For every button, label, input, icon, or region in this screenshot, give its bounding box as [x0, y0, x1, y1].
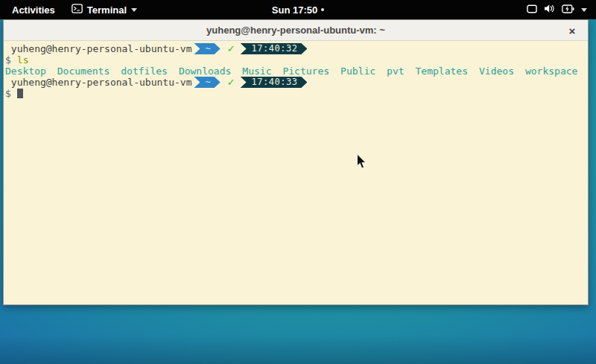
command-line-2: $	[5, 88, 586, 99]
terminal-cursor	[17, 89, 23, 98]
directory-entry: Downloads	[179, 66, 231, 77]
prompt-symbol: $	[5, 88, 11, 99]
volume-icon	[544, 4, 555, 16]
directory-entry: dotfiles	[121, 66, 168, 77]
powerline-cwd-segment: ~	[194, 43, 220, 54]
app-menu-label: Terminal	[87, 4, 127, 16]
directory-entry: Documents	[57, 66, 110, 77]
terminal-window: yuheng@henry-personal-ubuntu-vm: ~ × yuh…	[3, 19, 589, 305]
prompt-symbol: $	[5, 54, 11, 66]
powerline-time-segment: 17:40:32	[241, 43, 308, 54]
desktop: Activities Terminal Sun 17:50	[0, 0, 596, 364]
terminal-app-icon	[72, 4, 83, 16]
window-titlebar[interactable]: yuheng@henry-personal-ubuntu-vm: ~ ×	[4, 20, 588, 41]
activities-button[interactable]: Activities	[9, 4, 58, 16]
chevron-down-icon	[581, 8, 587, 12]
directory-entry: Music	[242, 66, 271, 77]
prompt-line-2: yuheng@henry-personal-ubuntu-vm ~ ✓ 17:4…	[5, 77, 586, 88]
notification-dot-icon	[321, 8, 324, 11]
terminal-viewport[interactable]: yuheng@henry-personal-ubuntu-vm ~ ✓ 17:4…	[4, 41, 588, 304]
clock-label: Sun 17:50	[272, 4, 317, 16]
system-status-area[interactable]	[524, 0, 590, 19]
battery-charging-icon	[562, 4, 574, 16]
directory-entry: Templates	[416, 66, 468, 77]
top-bar: Activities Terminal Sun 17:50	[0, 0, 596, 19]
powerline-cwd-segment: ~	[194, 77, 220, 88]
ls-output-line: Desktop Documents dotfiles Downloads Mus…	[5, 66, 586, 77]
command-line-1: $ ls	[5, 54, 586, 66]
prompt-user-host: yuheng@henry-personal-ubuntu-vm	[5, 77, 191, 88]
directory-entry: Public	[340, 66, 375, 77]
app-menu-terminal[interactable]: Terminal	[72, 4, 137, 16]
directory-entry: Desktop	[5, 66, 46, 77]
status-check-icon: ✓	[227, 77, 235, 88]
window-title: yuheng@henry-personal-ubuntu-vm: ~	[206, 25, 385, 36]
prompt-line-1: yuheng@henry-personal-ubuntu-vm ~ ✓ 17:4…	[5, 43, 586, 54]
powerline-time-segment: 17:40:33	[241, 77, 308, 88]
directory-entry: Videos	[479, 66, 514, 77]
directory-entry: Pictures	[282, 66, 329, 77]
status-check-icon: ✓	[227, 43, 235, 54]
screen-icon	[527, 4, 537, 16]
chevron-down-icon	[131, 8, 137, 12]
close-button[interactable]: ×	[564, 22, 580, 39]
directory-entry: workspace	[525, 66, 577, 77]
directory-entry: pvt	[387, 66, 404, 77]
clock-button[interactable]: Sun 17:50	[272, 4, 324, 16]
command-text: ls	[17, 54, 29, 66]
prompt-user-host: yuheng@henry-personal-ubuntu-vm	[5, 43, 191, 54]
